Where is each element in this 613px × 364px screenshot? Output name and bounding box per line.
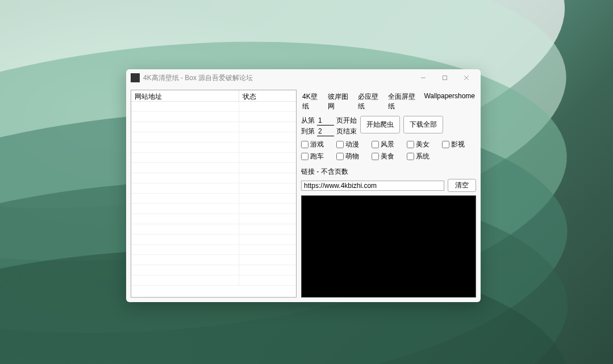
table-row — [131, 163, 296, 173]
table-row — [131, 214, 296, 224]
window-title: 4K高清壁纸 - Box 源自吾爱破解论坛 — [143, 73, 253, 83]
table-row — [131, 153, 296, 163]
table-row — [131, 275, 296, 286]
clear-button[interactable]: 清空 — [448, 179, 476, 192]
column-header-url[interactable]: 网站地址 — [131, 90, 239, 101]
app-icon — [131, 73, 140, 82]
close-button[interactable] — [456, 70, 477, 86]
checkbox-input[interactable] — [372, 153, 379, 160]
tab-4k[interactable]: 4K壁纸 — [301, 91, 323, 112]
source-tabs: 4K壁纸 彼岸图网 必应壁纸 全面屏壁纸 Wallpapershome — [301, 90, 476, 114]
checkbox-input[interactable] — [336, 141, 344, 148]
column-header-status[interactable]: 状态 — [239, 90, 296, 101]
from-page-input[interactable] — [317, 116, 334, 125]
table-row — [131, 245, 296, 255]
preview-area — [301, 195, 476, 298]
check-food[interactable]: 美食 — [372, 152, 406, 161]
to-page-label-pre: 到第 — [301, 127, 315, 136]
table-row — [131, 255, 296, 265]
checkbox-input[interactable] — [407, 141, 414, 148]
check-scenery[interactable]: 风景 — [372, 140, 406, 149]
to-page-input[interactable] — [317, 127, 334, 136]
minimize-button[interactable] — [412, 70, 434, 86]
app-window: 4K高清壁纸 - Box 源自吾爱破解论坛 网站地址 状态 — [126, 69, 481, 302]
table-row — [131, 183, 296, 194]
table-row — [131, 224, 296, 235]
start-crawl-button[interactable]: 开始爬虫 — [360, 116, 400, 133]
table-row — [131, 235, 296, 245]
check-car[interactable]: 跑车 — [301, 152, 335, 161]
to-page-label-post: 页结束 — [336, 127, 357, 136]
check-anime[interactable]: 动漫 — [336, 140, 370, 149]
from-page-label-pre: 从第 — [301, 116, 315, 125]
svg-rect-1 — [443, 76, 447, 80]
checkbox-input[interactable] — [372, 141, 379, 148]
tab-bing[interactable]: 必应壁纸 — [357, 91, 383, 112]
table-row — [131, 173, 296, 183]
category-checkboxes: 游戏 动漫 风景 美女 影视 跑车 萌物 美食 系统 — [301, 139, 476, 162]
table-row — [131, 122, 296, 132]
titlebar[interactable]: 4K高清壁纸 - Box 源自吾爱破解论坛 — [126, 69, 481, 86]
check-system[interactable]: 系统 — [407, 152, 441, 161]
maximize-button[interactable] — [434, 70, 456, 86]
from-page-label-post: 页开始 — [336, 116, 357, 125]
table-row — [131, 143, 296, 153]
results-table[interactable]: 网站地址 状态 — [131, 90, 297, 298]
link-label: 链接 - 不含页数 — [301, 165, 476, 177]
check-cute[interactable]: 萌物 — [336, 152, 370, 161]
table-row — [131, 112, 296, 122]
check-beauty[interactable]: 美女 — [407, 140, 441, 149]
download-all-button[interactable]: 下载全部 — [403, 116, 443, 133]
table-row — [131, 194, 296, 204]
table-row — [131, 204, 296, 214]
tab-fullscreen[interactable]: 全面屏壁纸 — [387, 91, 420, 112]
checkbox-input[interactable] — [407, 153, 414, 160]
check-game[interactable]: 游戏 — [301, 140, 335, 149]
check-movie[interactable]: 影视 — [442, 140, 476, 149]
checkbox-input[interactable] — [442, 141, 449, 148]
url-input[interactable] — [301, 181, 444, 191]
table-row — [131, 102, 296, 112]
table-row — [131, 132, 296, 143]
checkbox-input[interactable] — [301, 141, 308, 148]
checkbox-input[interactable] — [336, 153, 344, 160]
table-row — [131, 265, 296, 275]
tab-wallpapershome[interactable]: Wallpapershome — [423, 91, 476, 112]
checkbox-input[interactable] — [301, 153, 308, 160]
table-body — [131, 102, 296, 297]
tab-bian[interactable]: 彼岸图网 — [327, 91, 353, 112]
